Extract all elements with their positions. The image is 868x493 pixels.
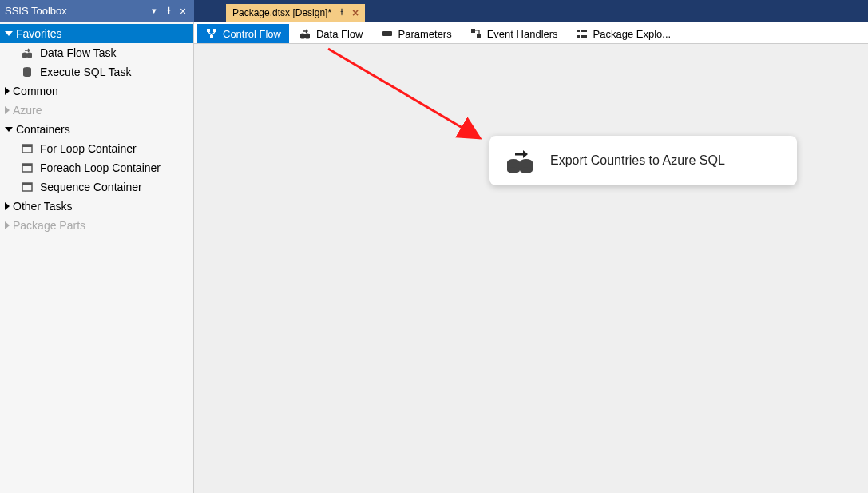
svg-point-34 (507, 167, 520, 173)
chevron-down-icon (5, 127, 13, 132)
file-tab-well: Package.dtsx [Design]* × (210, 0, 868, 22)
svg-rect-26 (477, 34, 481, 38)
svg-point-37 (520, 167, 533, 173)
design-tab-label: Parameters (398, 28, 452, 40)
design-tab[interactable]: Package Explo... (568, 24, 680, 43)
design-tab[interactable]: Control Flow (197, 24, 289, 43)
svg-rect-10 (22, 145, 32, 147)
toolbox-item[interactable]: Data Flow Task (0, 43, 193, 62)
chevron-down-icon (5, 31, 13, 36)
svg-rect-15 (207, 29, 210, 32)
svg-point-5 (27, 56, 32, 58)
svg-rect-30 (581, 35, 587, 38)
design-tab[interactable]: Event Handlers (462, 24, 566, 43)
toolbox-category[interactable]: Other Tasks (0, 197, 193, 216)
pin-icon[interactable] (338, 7, 346, 18)
design-tab-label: Package Explo... (593, 28, 672, 40)
toolbox-item-label: Execute SQL Task (40, 66, 131, 78)
svg-point-8 (23, 74, 31, 77)
toolbox-item[interactable]: Foreach Loop Container (0, 158, 193, 177)
toolbox-header: SSIS Toolbox ▾ × (0, 0, 194, 22)
parameters-icon (381, 27, 394, 40)
toolbox-category[interactable]: Common (0, 82, 193, 101)
category-label: Common (13, 85, 58, 97)
svg-rect-17 (210, 35, 213, 38)
file-tab[interactable]: Package.dtsx [Design]* × (226, 4, 365, 22)
toolbox-category[interactable]: Azure (0, 101, 193, 120)
pin-icon[interactable] (162, 3, 175, 19)
controlflow-icon (205, 27, 218, 40)
svg-line-31 (328, 49, 480, 138)
ssis-toolbox-panel: FavoritesData Flow TaskExecute SQL TaskC… (0, 22, 194, 493)
chevron-right-icon (5, 106, 10, 114)
svg-rect-14 (22, 183, 32, 185)
svg-rect-28 (577, 35, 580, 38)
svg-rect-27 (577, 30, 580, 32)
design-canvas[interactable]: Export Countries to Azure SQL (194, 44, 868, 493)
explorer-icon (576, 27, 589, 40)
container-icon (21, 181, 34, 193)
annotation-arrow (322, 44, 497, 148)
dropdown-icon[interactable]: ▾ (148, 3, 161, 19)
category-label: Package Parts (13, 219, 85, 232)
category-label: Containers (16, 123, 70, 136)
svg-rect-16 (213, 29, 216, 32)
toolbox-category[interactable]: Package Parts (0, 216, 193, 235)
chevron-right-icon (5, 202, 10, 210)
toolbox-item-label: Sequence Container (40, 181, 142, 193)
svg-point-23 (305, 37, 310, 39)
eventhandlers-icon (470, 27, 482, 40)
dataflow-icon (299, 27, 311, 40)
toolbox-item[interactable]: For Loop Container (0, 139, 193, 158)
design-tabs: Control FlowData FlowParametersEvent Han… (194, 22, 868, 44)
design-tab-label: Event Handlers (487, 28, 558, 40)
design-tab-label: Control Flow (223, 28, 281, 40)
svg-rect-25 (471, 29, 475, 33)
category-label: Favorites (16, 27, 62, 40)
design-tab[interactable]: Parameters (373, 24, 460, 43)
dataflow-task-icon (504, 145, 536, 177)
close-icon[interactable]: × (352, 6, 359, 19)
file-tab-label: Package.dtsx [Design]* (232, 7, 331, 18)
chevron-right-icon (5, 221, 10, 229)
toolbox-category[interactable]: Favorites (0, 24, 193, 43)
toolbox-item[interactable]: Execute SQL Task (0, 62, 193, 82)
toolbox-item[interactable]: Sequence Container (0, 177, 193, 197)
svg-rect-12 (22, 164, 32, 166)
svg-rect-29 (581, 30, 587, 32)
data-flow-task-box[interactable]: Export Countries to Azure SQL (489, 136, 797, 185)
container-icon (21, 161, 34, 174)
design-tab-label: Data Flow (316, 28, 363, 40)
toolbox-item-label: For Loop Container (40, 142, 137, 155)
toolbox-item-label: Foreach Loop Container (40, 161, 161, 174)
svg-rect-24 (382, 31, 392, 36)
close-icon[interactable]: × (176, 3, 189, 19)
category-label: Other Tasks (13, 200, 72, 213)
chevron-right-icon (5, 87, 10, 95)
container-icon (21, 142, 34, 155)
svg-point-2 (22, 56, 27, 58)
design-tab[interactable]: Data Flow (291, 24, 371, 43)
toolbox-item-label: Data Flow Task (40, 46, 116, 59)
svg-point-20 (300, 37, 305, 39)
dataflow-icon (21, 46, 34, 59)
toolbox-title: SSIS Toolbox (5, 5, 146, 17)
toolbox-category[interactable]: Containers (0, 120, 193, 139)
sql-icon (21, 66, 34, 78)
category-label: Azure (13, 104, 42, 117)
task-label: Export Countries to Azure SQL (550, 153, 725, 168)
